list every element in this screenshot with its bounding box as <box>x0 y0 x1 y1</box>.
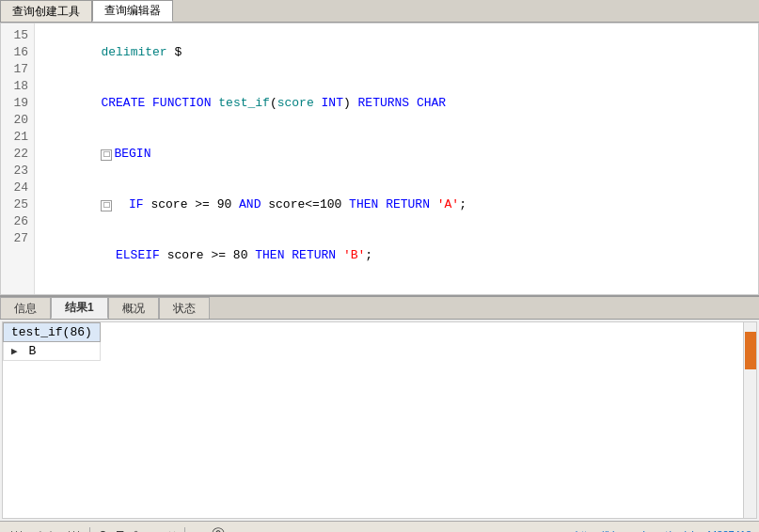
result-tab-info[interactable]: 信息 <box>0 297 51 319</box>
code-line-20: ELSEIF score >= 60 THEN RETURN 'C'; <box>42 281 751 294</box>
code-line-17: □BEGIN <box>42 129 751 180</box>
table-row: ▶ B <box>4 342 101 361</box>
result-scrollbar[interactable] <box>743 322 756 518</box>
scrollbar-thumb[interactable] <box>745 332 756 369</box>
result-content-area: test_if(86) ▶ B <box>2 321 757 519</box>
fold-icon-begin[interactable]: □ <box>101 149 112 161</box>
code-content[interactable]: delimiter $ CREATE FUNCTION test_if(scor… <box>35 23 758 294</box>
row-arrow-icon: ▶ <box>11 346 22 357</box>
tab-query-editor[interactable]: 查询编辑器 <box>92 0 173 22</box>
main-tab-bar: 查询创建工具 查询编辑器 <box>0 0 759 23</box>
code-line-19: ELSEIF score >= 80 THEN RETURN 'B'; <box>42 230 751 281</box>
code-line-18: □ IF score >= 90 AND score<=100 THEN RET… <box>42 180 751 230</box>
toolbar-next-btn[interactable]: ▶ <box>47 526 60 532</box>
line-numbers: 15 16 17 18 19 20 21 22 23 24 25 26 27 <box>1 23 35 294</box>
code-line-16: CREATE FUNCTION test_if(score INT) RETUR… <box>42 78 751 129</box>
toolbar-edit-btn[interactable]: ✎ <box>131 526 144 532</box>
bottom-panel: 信息 结果1 概况 状态 test_if(86) ▶ B <box>0 295 759 532</box>
result-col-header: test_if(86) <box>4 323 101 342</box>
toolbar-sep-1 <box>89 527 90 533</box>
result-tab-status[interactable]: 状态 <box>159 297 210 319</box>
toolbar-info-btn[interactable]: ⓪ <box>209 526 228 533</box>
toolbar-first-btn[interactable]: ⏮ <box>8 527 26 533</box>
fold-icon-if[interactable]: □ <box>101 200 112 211</box>
result-tab-overview[interactable]: 概况 <box>108 297 159 319</box>
toolbar-prev-btn[interactable]: ◀ <box>30 526 43 532</box>
result-tab-result1[interactable]: 结果1 <box>51 297 108 319</box>
code-editor[interactable]: 15 16 17 18 19 20 21 22 23 24 25 26 27 d… <box>0 23 759 295</box>
result-table: test_if(86) ▶ B <box>3 322 101 361</box>
result-row-value: ▶ B <box>4 342 101 361</box>
bottom-toolbar: ⏮ ◀ ▶ ⏭ ⊕ ⊟ ✎ ↗ ✕ ↺ ⓪ https://blog.csdn.… <box>0 521 759 532</box>
result-tab-bar: 信息 结果1 概况 状态 <box>0 297 759 320</box>
toolbar-add-btn[interactable]: ⊕ <box>96 526 109 532</box>
toolbar-delete-btn[interactable]: ✕ <box>166 526 179 532</box>
watermark-text: https://blog.csdn.net/weixin_44827418 <box>576 529 751 533</box>
toolbar-refresh-btn[interactable]: ↺ <box>191 526 204 532</box>
code-line-15: delimiter $ <box>42 27 751 78</box>
toolbar-sep-2 <box>184 527 185 533</box>
toolbar-last-btn[interactable]: ⏭ <box>65 527 84 533</box>
toolbar-remove-btn[interactable]: ⊟ <box>113 526 126 532</box>
toolbar-export-btn[interactable]: ↗ <box>148 526 161 532</box>
tab-query-create[interactable]: 查询创建工具 <box>0 0 92 22</box>
